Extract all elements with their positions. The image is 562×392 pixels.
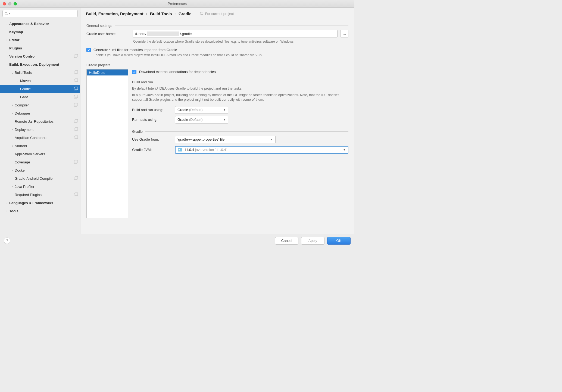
project-scope-icon [74, 192, 78, 197]
svg-rect-11 [75, 95, 78, 98]
ok-button[interactable]: OK [327, 237, 351, 245]
search-field[interactable] [10, 12, 76, 15]
section-general: General settings [86, 24, 348, 28]
svg-rect-5 [75, 71, 78, 73]
tree-required-plugins[interactable]: Required Plugins [0, 191, 80, 199]
gradle-jvm-label: Gradle JVM: [132, 148, 172, 152]
gradle-jvm-select[interactable]: 11.0.4 java version "11.0.4" ▼ [175, 146, 348, 154]
generate-iml-checkbox[interactable] [86, 48, 91, 52]
help-button[interactable]: ? [4, 238, 10, 244]
tree-tools[interactable]: ›Tools [0, 207, 80, 215]
build-using-select[interactable]: Gradle (Default) ▼ [175, 106, 228, 114]
generate-iml-label: Generate *.iml files for modules importe… [93, 48, 177, 52]
generate-iml-hint: Enable if you have a mixed project with … [93, 53, 348, 57]
project-details: Download external annotations for depend… [132, 69, 348, 218]
tree-editor[interactable]: ›Editor [0, 36, 80, 44]
svg-rect-21 [75, 160, 78, 163]
jdk-icon [178, 148, 182, 151]
redacted [147, 31, 179, 36]
tree-coverage[interactable]: Coverage [0, 158, 80, 166]
svg-rect-17 [75, 128, 78, 130]
search-input[interactable]: ▾ [2, 10, 78, 17]
preferences-window: Preferences ▾ ›Appearance & Behavior Key… [0, 0, 354, 247]
tree-java-profiler[interactable]: ›Java Profiler [0, 182, 80, 191]
build-run-desc2: In a pure Java/Kotlin project, building … [132, 93, 348, 102]
sidebar: ▾ ›Appearance & Behavior Keymap ›Editor … [0, 8, 80, 234]
run-tests-select[interactable]: Gradle (Default) ▼ [175, 116, 228, 124]
gradle-home-input[interactable]: /Users/ /.gradle [133, 30, 338, 37]
tree-appearance[interactable]: ›Appearance & Behavior [0, 20, 80, 28]
apply-button[interactable]: Apply [301, 237, 324, 245]
project-scope-icon [74, 78, 78, 83]
footer: ? Cancel Apply OK [0, 234, 354, 247]
chevron-down-icon: ▼ [223, 118, 226, 121]
svg-rect-15 [75, 119, 78, 122]
tree-maven[interactable]: ›Maven [0, 77, 80, 85]
tree-remote-jar[interactable]: Remote Jar Repositories [0, 117, 80, 125]
context-label: For current project [199, 12, 234, 16]
svg-rect-3 [75, 54, 78, 57]
project-scope-icon [74, 87, 78, 91]
content: General settings Gradle user home: /User… [80, 18, 354, 234]
browse-button[interactable]: … [340, 30, 348, 37]
tree-debugger[interactable]: ›Debugger [0, 109, 80, 117]
project-scope-icon [199, 12, 203, 16]
section-gradle: Gradle [132, 129, 348, 134]
tree-version-control[interactable]: ›Version Control [0, 52, 80, 60]
tree-android[interactable]: ›Android [0, 142, 80, 150]
use-gradle-from-label: Use Gradle from: [132, 137, 172, 141]
settings-tree: ›Appearance & Behavior Keymap ›Editor Pl… [0, 20, 80, 234]
tree-deployment[interactable]: ›Deployment [0, 125, 80, 134]
tree-plugins[interactable]: Plugins [0, 44, 80, 52]
tree-app-servers[interactable]: Application Servers [0, 150, 80, 158]
gradle-home-label: Gradle user home: [86, 32, 130, 36]
chevron-right-icon: › [175, 12, 176, 16]
svg-rect-25 [75, 193, 78, 195]
check-icon [133, 71, 136, 73]
section-build-run: Build and run [132, 80, 348, 84]
svg-rect-13 [75, 103, 78, 106]
tree-build-tools[interactable]: ⌄Build Tools [0, 68, 80, 77]
tree-gant[interactable]: Gant [0, 93, 80, 101]
svg-rect-23 [75, 176, 78, 179]
tree-gradle[interactable]: Gradle [0, 85, 80, 93]
download-annotations-checkbox[interactable] [132, 70, 136, 74]
svg-rect-27 [201, 12, 203, 14]
crumb-c: Gradle [179, 11, 192, 16]
tree-gradle-android[interactable]: Gradle-Android Compiler [0, 174, 80, 182]
search-icon [4, 12, 8, 15]
project-scope-icon [74, 54, 78, 58]
gradle-projects-list[interactable]: HelloDroid [86, 69, 128, 218]
breadcrumb: Build, Execution, Deployment › Build Too… [80, 8, 354, 18]
run-tests-label: Run tests using: [132, 118, 172, 122]
tree-bed[interactable]: ⌄Build, Execution, Deployment [0, 60, 80, 68]
crumb-b[interactable]: Build Tools [150, 11, 172, 16]
project-scope-icon [74, 160, 78, 164]
crumb-a[interactable]: Build, Execution, Deployment [86, 11, 143, 16]
titlebar: Preferences [0, 0, 354, 8]
project-item[interactable]: HelloDroid [87, 69, 128, 75]
main-panel: Build, Execution, Deployment › Build Too… [80, 8, 354, 234]
body: ▾ ›Appearance & Behavior Keymap ›Editor … [0, 8, 354, 234]
project-scope-icon [74, 176, 78, 181]
build-run-desc1: By default IntelliJ IDEA uses Gradle to … [132, 86, 348, 91]
project-scope-icon [74, 95, 78, 99]
check-icon [87, 49, 90, 51]
tree-docker[interactable]: ›Docker [0, 166, 80, 174]
project-scope-icon [74, 127, 78, 132]
gradle-home-hint: Override the default location where Grad… [133, 40, 348, 43]
cancel-button[interactable]: Cancel [275, 237, 298, 245]
project-scope-icon [74, 119, 78, 124]
tree-compiler[interactable]: ›Compiler [0, 101, 80, 109]
project-scope-icon [74, 103, 78, 107]
tree-lang-fw[interactable]: ›Languages & Frameworks [0, 199, 80, 207]
download-annotations-label: Download external annotations for depend… [139, 70, 216, 74]
tree-keymap[interactable]: Keymap [0, 28, 80, 36]
use-gradle-from-select[interactable]: 'gradle-wrapper.properties' file ▼ [175, 136, 276, 143]
chevron-down-icon: ▼ [270, 138, 273, 141]
project-scope-icon [74, 70, 78, 75]
window-title: Preferences [0, 2, 354, 6]
chevron-down-icon: ▼ [343, 148, 346, 151]
svg-rect-9 [75, 87, 78, 90]
tree-arquillian[interactable]: Arquillian Containers [0, 134, 80, 142]
